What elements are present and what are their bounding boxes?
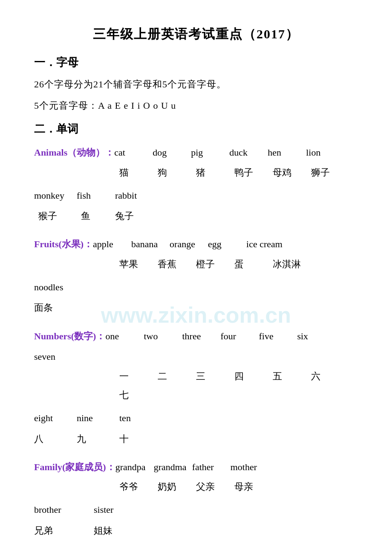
fruits-en-apple: apple	[93, 234, 131, 254]
animals-cn-shizi: 狮子	[311, 163, 349, 182]
animals-block: Animals（动物）： cat dog pig duck hen lion 猫…	[34, 142, 358, 226]
fruits-en-orange: orange	[170, 234, 208, 254]
fruits-en-noodles: noodles	[34, 277, 72, 298]
numbers-en-one: one	[105, 326, 144, 347]
animals-en-rabbit: rabbit	[115, 185, 153, 206]
fruits-cn-xiangjiao: 香蕉	[158, 255, 196, 274]
animals-cn-zhu: 猪	[196, 163, 234, 182]
animals-en-hen: hen	[268, 142, 306, 163]
numbers-cn-2: 二	[158, 367, 196, 386]
numbers-en-ten: ten	[119, 408, 158, 428]
animals-cn-row1: 猫 狗 猪 鸭子 母鸡 狮子	[34, 163, 358, 182]
fruits-cn-dan: 蛋	[234, 255, 273, 274]
numbers-label: Numbers(数字)：	[34, 326, 105, 347]
numbers-cn-6: 六	[311, 367, 349, 386]
page-title: 三年级上册英语考试重点（2017）	[34, 26, 358, 43]
animals-label: Animals（动物）：	[34, 142, 114, 163]
numbers-en-row1: Numbers(数字)： one two three four five six…	[34, 326, 358, 367]
numbers-cn-row2: 八 九 十	[34, 429, 358, 449]
numbers-block: Numbers(数字)： one two three four five six…	[34, 326, 358, 450]
family-en-grandma: grandma	[154, 457, 192, 477]
numbers-cn-1: 一	[119, 367, 158, 386]
section1-desc1: 26个字母分为21个辅音字母和5个元音字母。	[34, 76, 358, 93]
family-en-brother: brother	[34, 500, 94, 520]
family-en-sister: sister	[94, 500, 132, 520]
fruits-block: Fruits(水果)： apple banana orange egg ice …	[34, 234, 358, 318]
numbers-cn-3: 三	[196, 367, 234, 386]
family-en-row1: Family(家庭成员)： grandpa grandma father mot…	[34, 457, 358, 477]
animals-en-cat: cat	[114, 142, 153, 163]
animals-cn-yu: 鱼	[81, 206, 115, 226]
fruits-cn-chengzi: 橙子	[196, 255, 234, 274]
fruits-cn-miantiao: 面条	[34, 298, 72, 318]
animals-en-row2: monkey fish rabbit	[34, 185, 358, 206]
numbers-en-two: two	[144, 326, 182, 347]
animals-en-pig: pig	[191, 142, 229, 163]
numbers-cn-5: 五	[273, 367, 311, 386]
section1-heading: 一．字母	[34, 55, 358, 70]
numbers-cn-8: 八	[34, 429, 77, 449]
animals-en-fish: fish	[77, 185, 115, 206]
family-en-grandpa: grandpa	[115, 457, 154, 477]
family-cn-yeye: 爷爷	[119, 477, 158, 496]
numbers-cn-row1: 一 二 三 四 五 六 七	[34, 367, 358, 405]
animals-cn-houzi: 猴子	[38, 206, 81, 226]
family-cn-row2: 兄弟 姐妹	[34, 520, 358, 541]
family-cn-jiemei: 姐妹	[94, 520, 132, 541]
numbers-en-three: three	[182, 326, 220, 347]
numbers-cn-9: 九	[77, 429, 119, 449]
fruits-label: Fruits(水果)：	[34, 234, 93, 254]
fruits-en-icecream: ice cream	[246, 234, 287, 254]
fruits-en-egg: egg	[208, 234, 246, 254]
numbers-en-six: six	[297, 326, 335, 347]
numbers-en-seven: seven	[34, 347, 72, 367]
section1-desc2: 5个元音字母：A a E e I i O o U u	[34, 97, 358, 114]
family-cn-xiongdi: 兄弟	[34, 520, 94, 541]
animals-en-dog: dog	[153, 142, 191, 163]
family-cn-row1: 爷爷 奶奶 父亲 母亲	[34, 477, 358, 496]
animals-en-monkey: monkey	[34, 185, 77, 206]
numbers-cn-7: 七	[119, 386, 158, 405]
family-cn-nainai: 奶奶	[158, 477, 196, 496]
family-label: Family(家庭成员)：	[34, 457, 115, 477]
fruits-cn-row1: 苹果 香蕉 橙子 蛋 冰淇淋	[34, 255, 358, 274]
numbers-en-nine: nine	[77, 408, 119, 428]
family-cn-muqin: 母亲	[234, 477, 273, 496]
numbers-en-row2: eight nine ten	[34, 408, 358, 428]
animals-cn-tuzi: 兔子	[115, 206, 153, 226]
fruits-en-row2: noodles	[34, 277, 358, 298]
animals-en-duck: duck	[229, 142, 268, 163]
fruits-cn-row2: 面条	[34, 298, 358, 318]
numbers-en-four: four	[220, 326, 259, 347]
animals-cn-row2: 猴子 鱼 兔子	[34, 206, 358, 226]
numbers-en-five: five	[259, 326, 297, 347]
animals-en-lion: lion	[306, 142, 344, 163]
animals-cn-yazi: 鸭子	[234, 163, 273, 182]
numbers-cn-4: 四	[234, 367, 273, 386]
section2-heading: 二．单词	[34, 121, 358, 136]
fruits-cn-pingguo: 苹果	[119, 255, 158, 274]
family-cn-fuqin: 父亲	[196, 477, 234, 496]
section-words: 二．单词 Animals（动物）： cat dog pig duck hen l…	[34, 121, 358, 555]
fruits-en-banana: banana	[131, 234, 170, 254]
animals-en-row: Animals（动物）： cat dog pig duck hen lion	[34, 142, 358, 163]
fruits-cn-bingjiling: 冰淇淋	[273, 255, 311, 274]
animals-cn-muji: 母鸡	[273, 163, 311, 182]
animals-cn-mao: 猫	[119, 163, 158, 182]
numbers-cn-10: 十	[119, 429, 158, 449]
section-letters: 一．字母 26个字母分为21个辅音字母和5个元音字母。 5个元音字母：A a E…	[34, 55, 358, 114]
family-en-mother: mother	[231, 457, 269, 477]
family-block: Family(家庭成员)： grandpa grandma father mot…	[34, 457, 358, 541]
family-en-father: father	[192, 457, 231, 477]
family-en-row2: brother sister	[34, 500, 358, 520]
numbers-en-eight: eight	[34, 408, 77, 428]
fruits-en-row: Fruits(水果)： apple banana orange egg ice …	[34, 234, 358, 254]
animals-cn-gou: 狗	[158, 163, 196, 182]
